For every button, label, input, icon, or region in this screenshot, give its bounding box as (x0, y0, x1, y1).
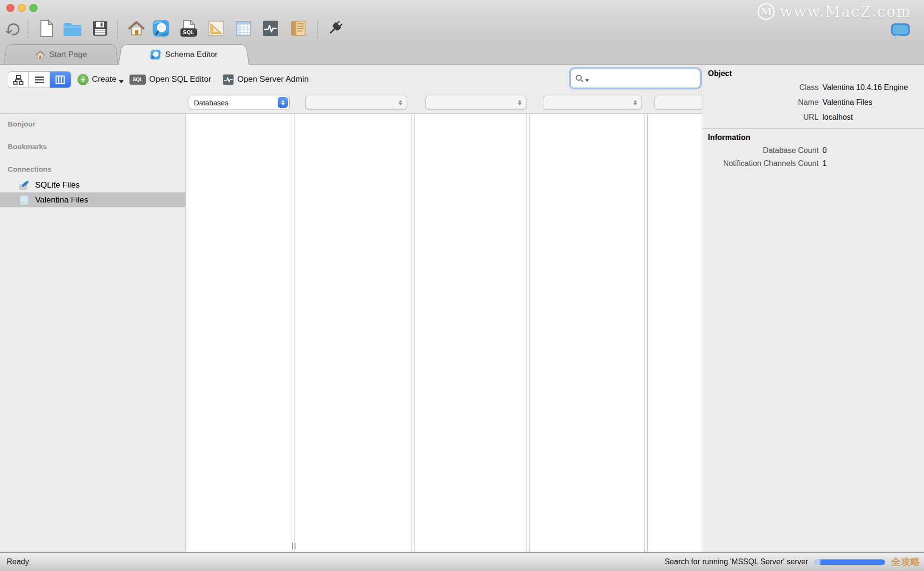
search-field (570, 69, 700, 88)
valentina-studio-window: SQL M www.MacZ.com Start (0, 0, 924, 571)
tree-view-icon (13, 74, 24, 86)
connections-sidebar: Bonjour Bookmarks Connections SQLite Fil… (0, 114, 185, 552)
create-label: Create (92, 75, 116, 84)
property-value: Valentina Files (822, 95, 924, 110)
column-divider (411, 114, 415, 552)
schema-editor-toolbar: + Create SQL Open SQL Editor Open Server… (0, 65, 702, 94)
select-value: Databases (189, 99, 278, 107)
home-icon[interactable] (128, 20, 145, 38)
column-resize-grip[interactable] (290, 543, 297, 550)
server-admin-icon[interactable] (262, 20, 279, 38)
rollback-icon[interactable] (5, 21, 21, 39)
select-stepper-icon (395, 97, 405, 108)
valentina-icon (18, 194, 30, 206)
columns-view-icon (54, 74, 66, 86)
macz-watermark-text: www.MacZ.com (780, 3, 911, 20)
save-icon[interactable] (92, 20, 108, 38)
create-button[interactable]: + Create (77, 65, 124, 94)
select-stepper-icon (630, 97, 640, 108)
table-icon[interactable] (235, 20, 252, 38)
information-section-title: Information (702, 129, 924, 144)
column-browser (185, 114, 702, 552)
toolbar-separator (117, 20, 118, 38)
sidebar-item-label: SQLite Files (35, 180, 80, 190)
sidebar-group-bonjour[interactable]: Bonjour (0, 120, 185, 129)
list-view-icon (34, 74, 45, 86)
tab-schema-editor[interactable]: Schema Editor (118, 44, 249, 65)
schema-editor-icon[interactable] (152, 19, 170, 39)
report-icon[interactable] (208, 20, 224, 38)
object-properties: Class Valentina 10.4.16 Engine Name Vale… (702, 80, 924, 125)
property-label: Class (702, 80, 822, 95)
property-label: URL (702, 110, 822, 125)
connect-plug-icon[interactable] (325, 19, 345, 40)
property-label: Database Count (702, 144, 822, 157)
property-label: Notification Channels Count (702, 157, 822, 170)
property-value: Valentina 10.4.16 Engine (822, 80, 924, 95)
information-properties: Database Count 0 Notification Channels C… (702, 144, 924, 170)
filter-select-2 (305, 96, 407, 109)
sql-badge-icon: SQL (129, 75, 146, 85)
tab-label: Start Page (49, 50, 87, 59)
browser-region: + Create SQL Open SQL Editor Open Server… (0, 65, 702, 552)
schema-editor-icon (150, 49, 161, 60)
column-divider (526, 114, 530, 552)
new-document-icon[interactable] (38, 20, 54, 39)
task-progress-bar (814, 559, 885, 565)
filter-select-4 (543, 96, 642, 109)
sql-badge-label: SQL (180, 28, 197, 37)
zoom-window-button[interactable] (29, 4, 38, 12)
open-folder-icon[interactable] (63, 22, 82, 38)
tree-view-button[interactable] (8, 72, 29, 88)
task-text: Search for running 'MSSQL Server' server (665, 558, 808, 566)
sidebar-item-sqlite-files[interactable]: SQLite Files (0, 178, 185, 192)
open-sql-editor-label: Open SQL Editor (149, 75, 211, 84)
main-area: + Create SQL Open SQL Editor Open Server… (0, 65, 924, 552)
select-stepper-icon (278, 97, 288, 108)
open-server-admin-button[interactable]: Open Server Admin (223, 65, 308, 94)
status-text: Ready (0, 558, 29, 566)
macz-watermark: M www.MacZ.com (757, 3, 911, 20)
toolbar-separator (27, 20, 28, 38)
toolbar-separator (317, 20, 318, 38)
tab-label: Schema Editor (165, 50, 218, 59)
tab-start-page[interactable]: Start Page (4, 44, 118, 64)
property-value: localhost (822, 110, 924, 125)
macz-logo-icon: M (757, 3, 775, 20)
view-mode-segmented-control (8, 71, 71, 88)
sidebar-item-label: Valentina Files (35, 195, 88, 205)
open-server-admin-label: Open Server Admin (237, 75, 308, 84)
property-value: 0 (822, 144, 924, 157)
chat-bubble-icon (890, 23, 911, 41)
column-filter-strip: Databases (0, 94, 702, 114)
list-view-button[interactable] (29, 72, 50, 88)
log-book-icon[interactable] (289, 20, 307, 38)
sidebar-group-bookmarks[interactable]: Bookmarks (0, 142, 185, 152)
search-icon (575, 74, 584, 83)
sql-file-icon[interactable]: SQL (180, 20, 197, 38)
databases-filter-select[interactable]: Databases (189, 96, 290, 109)
plus-icon: + (77, 74, 89, 85)
chevron-down-icon (119, 80, 124, 83)
property-label: Name (702, 95, 822, 110)
columns-view-button[interactable] (50, 72, 71, 88)
search-options-caret[interactable] (585, 79, 589, 82)
column-divider (292, 114, 295, 552)
close-window-button[interactable] (6, 4, 14, 12)
filter-select-5 (654, 96, 702, 109)
object-inspector-panel: Object Class Valentina 10.4.16 Engine Na… (702, 65, 924, 552)
sidebar-item-valentina-files[interactable]: Valentina Files (0, 192, 185, 207)
tab-bar: Start Page Schema Editor (0, 41, 924, 65)
corner-watermark: 全攻略 (891, 556, 920, 569)
status-task-area: Search for running 'MSSQL Server' server… (665, 556, 924, 569)
titlebar-toolbar: SQL M www.MacZ.com (0, 0, 924, 41)
filter-select-3 (425, 96, 526, 109)
property-value: 1 (822, 157, 924, 170)
select-stepper-icon (514, 97, 525, 108)
sidebar-group-connections[interactable]: Connections (0, 165, 185, 175)
minimize-window-button[interactable] (18, 4, 26, 12)
column-divider (644, 114, 648, 552)
sqlite-icon (18, 179, 30, 191)
open-sql-editor-button[interactable]: SQL Open SQL Editor (129, 65, 211, 94)
search-input[interactable] (590, 71, 700, 86)
